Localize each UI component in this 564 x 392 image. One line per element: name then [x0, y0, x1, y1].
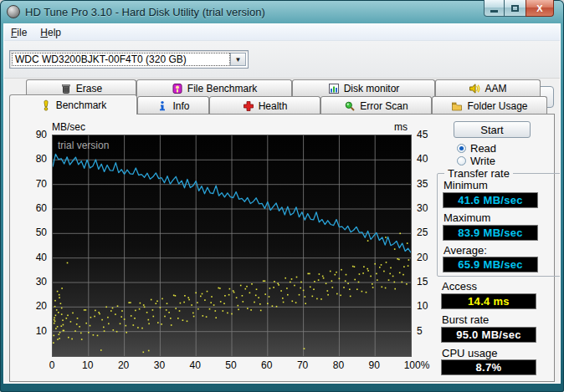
close-button[interactable]: X [526, 0, 554, 17]
maximize-button[interactable] [505, 0, 526, 17]
minimize-icon [490, 10, 498, 13]
y-left-tick-label: 60 [23, 202, 47, 214]
burst-rate-value: 95.0 MB/sec [441, 327, 536, 343]
tab-label: Erase [76, 83, 102, 94]
x-tick-label: 50 [216, 359, 246, 371]
disk-monitor-icon [328, 83, 340, 94]
folder-usage-icon [451, 100, 463, 112]
aam-icon [469, 83, 480, 94]
menubar: File Help [4, 24, 560, 41]
tab-label: AAM [485, 83, 506, 94]
read-radio-row[interactable]: Read [457, 142, 496, 155]
drive-select[interactable]: WDC WD3200BJKT-00F4T0 (320 GB) ▼ [9, 50, 249, 69]
read-radio[interactable] [457, 144, 466, 153]
tab-file-benchmark[interactable]: File Benchmark [136, 79, 292, 96]
app-window: HD Tune Pro 3.10 - Hard Disk Utility (tr… [0, 0, 564, 392]
transfer-rate-group: Transfer rate Minimum 41.6 MB/sec Maximu… [437, 173, 561, 277]
access-label: Access [442, 280, 477, 293]
y-right-tick-label: 5 [417, 325, 442, 337]
x-tick-label: 100% [402, 359, 432, 371]
y-right-tick-label: 20 [417, 252, 442, 263]
tab-benchmark[interactable]: Benchmark [9, 94, 137, 115]
tab-label: File Benchmark [187, 83, 257, 94]
tab-aam[interactable]: AAM [435, 79, 541, 96]
tab-label: Error Scan [360, 100, 408, 112]
y-left-axis-title: MB/sec [52, 121, 85, 133]
maximize-icon [511, 5, 519, 12]
tab-label: Health [259, 100, 288, 112]
x-tick-label: 60 [252, 359, 282, 371]
y-left-tick-label: 80 [23, 153, 47, 165]
tab-erase[interactable]: Erase [26, 79, 136, 96]
tab-label: Folder Usage [467, 100, 527, 112]
window-controls: X [484, 0, 554, 17]
x-tick-label: 0 [37, 359, 67, 371]
drive-select-value: WDC WD3200BJKT-00F4T0 (320 GB) [12, 53, 230, 66]
start-button[interactable]: Start [454, 121, 531, 138]
maximum-value: 83.9 MB/sec [443, 225, 538, 241]
benchmark-icon [40, 99, 52, 111]
window-title: HD Tune Pro 3.10 - Hard Disk Utility (tr… [25, 6, 265, 18]
transfer-rate-group-label: Transfer rate [444, 167, 513, 180]
erase-icon [60, 83, 72, 94]
y-left-tick-label: 40 [23, 252, 47, 263]
average-value: 65.9 MB/sec [443, 257, 538, 272]
tab-label: Info [172, 100, 189, 112]
x-tick-label: 90 [359, 359, 389, 371]
tab-info[interactable]: Info [137, 96, 209, 115]
burst-rate-label: Burst rate [442, 313, 489, 326]
minimize-button[interactable] [484, 0, 505, 17]
y-right-tick-label: 35 [417, 178, 442, 190]
client-area: File Help WDC WD3200BJKT-00F4T0 (320 GB)… [3, 23, 561, 384]
y-right-tick-label: 25 [417, 227, 442, 238]
average-label: Average: [444, 244, 487, 257]
tab-error-scan[interactable]: Error Scan [320, 96, 432, 115]
y-left-tick-label: 90 [23, 129, 47, 140]
minimum-value: 41.6 MB/sec [443, 192, 538, 208]
chevron-down-icon[interactable]: ▼ [230, 53, 246, 66]
y-right-tick-label: 30 [417, 202, 442, 214]
y-left-tick-label: 20 [23, 300, 47, 312]
x-tick-label: 20 [109, 359, 139, 371]
y-left-tick-label: 30 [23, 276, 47, 288]
toolbar: WDC WD3200BJKT-00F4T0 (320 GB) ▼ 29캜 [4, 41, 560, 79]
titlebar[interactable]: HD Tune Pro 3.10 - Hard Disk Utility (tr… [0, 0, 564, 23]
y-left-tick-label: 50 [23, 227, 47, 238]
x-tick-label: 30 [144, 359, 174, 371]
tab-label: Disk monitor [344, 83, 400, 94]
y-right-tick-label: 40 [417, 153, 442, 165]
tab-health[interactable]: Health [209, 96, 320, 115]
benchmark-chart: trial version [52, 135, 412, 357]
write-radio-label: Write [470, 155, 495, 167]
y-left-tick-label: 70 [23, 178, 47, 190]
health-icon [243, 100, 254, 112]
y-right-axis-title: ms [394, 121, 408, 133]
info-icon [156, 100, 168, 112]
x-tick-label: 40 [180, 359, 210, 371]
cpu-usage-label: CPU usage [442, 347, 497, 359]
tab-disk-monitor[interactable]: Disk monitor [292, 79, 435, 96]
menu-help[interactable]: Help [33, 26, 68, 39]
trial-watermark: trial version [58, 140, 109, 151]
read-radio-label: Read [470, 142, 496, 155]
minimum-label: Minimum [444, 179, 488, 191]
app-icon [7, 5, 20, 18]
maximum-label: Maximum [444, 211, 490, 224]
tab-bar: EraseFile BenchmarkDisk monitorAAM Bench… [4, 79, 560, 115]
tab-label: Benchmark [56, 99, 107, 111]
write-radio-row[interactable]: Write [457, 155, 495, 167]
x-tick-label: 10 [73, 359, 103, 371]
x-tick-label: 80 [323, 359, 353, 371]
chart-canvas: trial version [53, 135, 411, 356]
close-icon: X [536, 3, 542, 13]
write-radio[interactable] [457, 156, 466, 165]
menu-file[interactable]: File [4, 26, 33, 39]
file-benchmark-icon [172, 83, 183, 94]
tab-folder-usage[interactable]: Folder Usage [432, 96, 547, 115]
y-left-tick-label: 10 [23, 325, 47, 337]
benchmark-page: trial version Start Read Write Transfer … [9, 114, 555, 382]
error-scan-icon [344, 100, 356, 112]
cpu-usage-value: 8.7% [441, 359, 536, 375]
y-right-tick-label: 15 [417, 276, 442, 288]
x-tick-label: 70 [288, 359, 318, 371]
